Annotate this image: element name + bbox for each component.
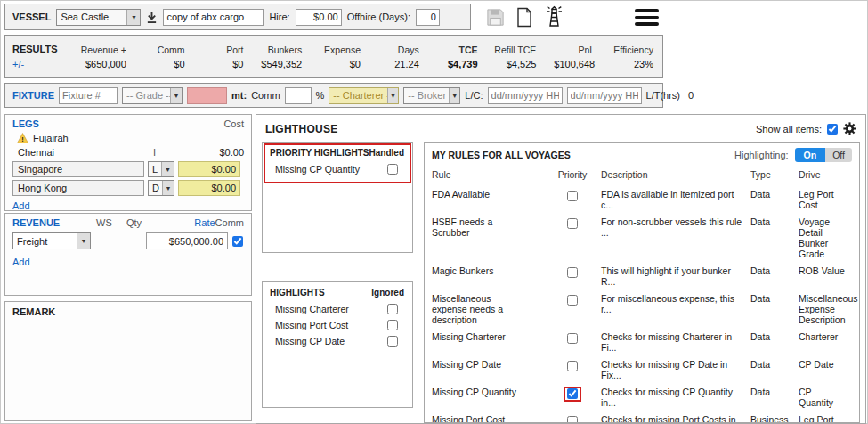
results-column-header: Expense (302, 45, 361, 55)
fixture-number-input[interactable] (59, 87, 118, 104)
priority-checkbox[interactable] (567, 361, 578, 371)
leg-warning-port: Fujairah (33, 133, 69, 143)
save-icon[interactable] (485, 7, 506, 28)
results-bar: RESULTS +/- Revenue + $650,000 Comm $0 P… (4, 35, 663, 78)
laycan-to-input[interactable] (567, 87, 642, 104)
vessel-select-value: Sea Castle (57, 12, 112, 22)
priority-checkbox[interactable] (567, 333, 578, 344)
leg-warning-row: ! Fujairah (12, 132, 244, 145)
ignored-checkbox[interactable] (387, 336, 398, 347)
leg-port-input[interactable]: Singapore (12, 161, 144, 177)
broker-select[interactable]: -- Broker -- ▼ (403, 87, 460, 104)
leg-cost-cell[interactable]: $0.00 (178, 180, 240, 196)
ignored-header: Ignored (371, 288, 404, 298)
download-icon[interactable] (146, 11, 158, 24)
priority-highlights-title: PRIORITY HIGHLIGHTS (270, 148, 369, 158)
grade-select-value: -- Grade -- (123, 90, 170, 101)
offhire-input[interactable] (416, 9, 440, 26)
results-title: RESULTS (12, 42, 68, 57)
laycan-from-input[interactable] (488, 87, 563, 104)
priority-checkbox-callout (564, 293, 581, 308)
ignored-checkbox[interactable] (387, 304, 398, 314)
handled-checkbox[interactable] (387, 164, 398, 175)
results-column: PnL $100,648 (536, 45, 595, 69)
priority-highlight-label: Missing CP Quantity (275, 164, 360, 175)
leg-type-value: L (149, 164, 161, 175)
rule-type: Data (750, 214, 799, 263)
rules-header-row: Rule Priority Description Type Drive (432, 169, 852, 186)
highlighting-off-button[interactable]: Off (825, 148, 852, 162)
results-adjust-link[interactable]: +/- (12, 59, 24, 69)
results-column-header: Revenue + (68, 45, 126, 55)
highlighting-on-button[interactable]: On (795, 148, 826, 162)
ws-header: WS (96, 217, 126, 228)
chevron-down-icon: ▼ (77, 233, 90, 249)
rule-name: Missing Port Cost (432, 412, 548, 423)
rule-row: Missing CP Quantity Checks for missing C… (432, 384, 852, 412)
results-column-value: $549,352 (243, 59, 302, 69)
highlights-box: HIGHLIGHTS Ignored Missing Charterer Mis… (262, 281, 413, 408)
priority-checkbox[interactable] (567, 191, 578, 201)
rule-description: Checks for missing CP Quantity in... (601, 384, 750, 412)
priority-checkbox-callout (564, 265, 581, 281)
rule-name: Missing CP Quantity (432, 384, 548, 412)
priority-checkbox[interactable] (567, 416, 578, 423)
rule-name: Magic Bunkers (432, 263, 548, 290)
priority-checkbox[interactable] (567, 295, 578, 306)
vessel-select[interactable]: Sea Castle ▼ (56, 9, 141, 26)
rule-drive: ROB Value (799, 263, 852, 290)
rate-header[interactable]: Rate (174, 217, 215, 228)
revenue-comm-checkbox[interactable] (232, 236, 243, 247)
priority-checkbox-callout (564, 387, 581, 402)
leg-port-input[interactable]: Hong Kong (12, 180, 144, 196)
leg-type-select[interactable]: L ▼ (148, 161, 174, 177)
rule-type: Data (750, 186, 799, 214)
grade-select[interactable]: -- Grade -- ▼ (122, 87, 183, 104)
revenue-rate-input[interactable]: $650,000.00 (146, 232, 228, 249)
cp-quantity-input[interactable] (187, 87, 227, 104)
rule-description: Checks for missing Charterer in Fi... (601, 329, 750, 356)
leg-type-select[interactable]: D ▼ (148, 180, 174, 196)
col-priority: Priority (548, 169, 601, 186)
ignored-checkbox[interactable] (387, 320, 398, 330)
lighthouse-icon[interactable] (543, 5, 565, 29)
rule-description: This will highlight if your bunker R... (601, 263, 750, 290)
highlight-item: Missing CP Date (263, 334, 412, 348)
qty-header: Qty (126, 217, 175, 228)
warning-icon: ! (17, 133, 28, 143)
rule-description: For non-scrubber vessels this rule ... (601, 214, 750, 263)
priority-highlight-item: Missing CP Quantity (263, 162, 412, 176)
results-column-header: Bunkers (243, 45, 302, 55)
rules-table: Rule Priority Description Type Drive FDA… (432, 169, 852, 423)
gear-icon[interactable] (843, 122, 856, 135)
rule-drive: Charterer (799, 329, 852, 356)
charterer-select-value: -- Charterer -- (329, 90, 386, 101)
results-column-value: $0 (185, 59, 244, 69)
laycan-label: L/C: (465, 90, 483, 101)
rule-row: HSBF needs a Scrubber For non-scrubber v… (432, 214, 852, 263)
results-column-header: Port (185, 45, 244, 55)
rule-type: Data (750, 290, 799, 329)
comm-header: Comm (215, 217, 244, 228)
remark-panel[interactable]: REMARK (4, 301, 252, 421)
hire-input[interactable] (296, 9, 342, 26)
priority-checkbox[interactable] (567, 267, 578, 278)
add-leg-link[interactable]: Add (12, 200, 30, 211)
laytime-value: 0 (685, 90, 697, 101)
add-revenue-link[interactable]: Add (12, 257, 30, 267)
charterer-select[interactable]: -- Charterer -- ▼ (329, 87, 399, 104)
copy-document-icon[interactable] (515, 7, 533, 28)
priority-checkbox[interactable] (567, 388, 578, 399)
highlight-label: Missing CP Date (275, 336, 345, 347)
show-all-items-checkbox[interactable] (827, 124, 838, 135)
revenue-panel: REVENUE WS Qty Rate Comm Freight ▼ $650,… (4, 213, 252, 296)
priority-checkbox[interactable] (567, 218, 578, 229)
highlighting-label: Highlighting: (734, 150, 789, 160)
revenue-type-select[interactable]: Freight ▼ (12, 232, 91, 249)
comm-input[interactable] (285, 87, 312, 104)
broker-select-value: -- Broker -- (404, 90, 449, 101)
cargo-name-input[interactable] (163, 9, 264, 26)
menu-icon[interactable] (635, 9, 659, 26)
highlight-item: Missing Charterer (263, 302, 412, 316)
leg-cost-cell[interactable]: $0.00 (178, 161, 240, 177)
